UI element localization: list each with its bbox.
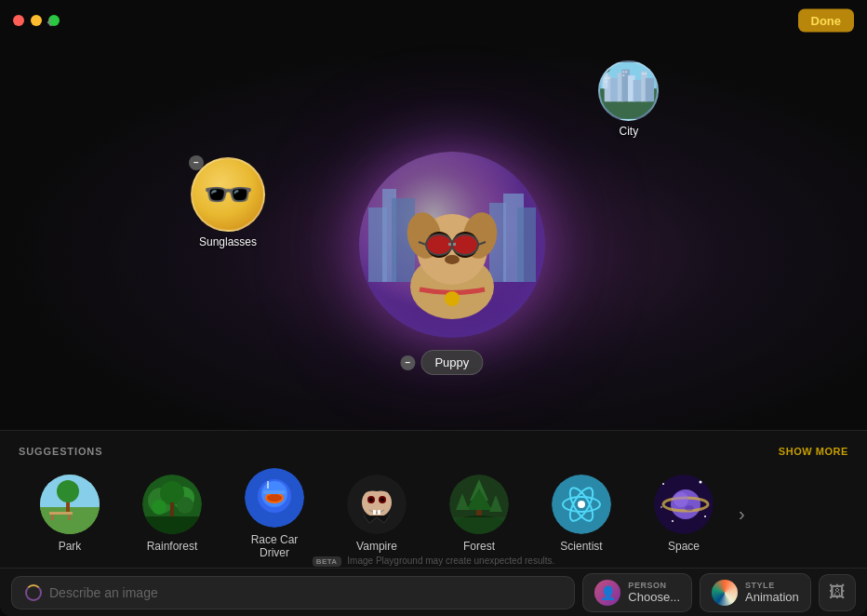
suggestion-vampire[interactable]: Vampire bbox=[326, 475, 428, 553]
style-value: Animation bbox=[745, 590, 799, 604]
main-canvas: − 🕶️ Sunglasses − bbox=[0, 41, 867, 430]
minimize-button[interactable] bbox=[31, 15, 42, 26]
svg-rect-64 bbox=[263, 490, 286, 494]
svg-rect-49 bbox=[51, 515, 54, 520]
style-icon bbox=[712, 580, 738, 606]
svg-point-72 bbox=[369, 498, 373, 502]
vampire-label: Vampire bbox=[356, 540, 397, 553]
suggestion-race-car-driver[interactable]: Race Car Driver bbox=[223, 468, 326, 559]
svg-point-96 bbox=[685, 505, 694, 511]
done-button[interactable]: Done bbox=[798, 9, 855, 33]
back-button[interactable]: ‹ bbox=[47, 11, 53, 30]
svg-rect-48 bbox=[49, 512, 73, 515]
svg-rect-40 bbox=[642, 73, 644, 74]
city-sticker[interactable]: − bbox=[598, 60, 659, 138]
svg-rect-37 bbox=[623, 71, 625, 73]
svg-point-92 bbox=[660, 506, 662, 508]
search-spinner-icon bbox=[25, 584, 42, 601]
svg-rect-69 bbox=[378, 510, 380, 515]
space-icon bbox=[654, 475, 714, 534]
svg-rect-68 bbox=[373, 510, 376, 515]
beta-notice-text: Image Playground may create unexpected r… bbox=[347, 556, 554, 566]
puppy-tag[interactable]: − Puppy bbox=[400, 350, 483, 375]
central-bubble bbox=[359, 152, 545, 338]
beta-badge: BETA bbox=[313, 556, 341, 567]
suggestions-header: SUGGESTIONS SHOW MORE bbox=[19, 446, 848, 457]
suggestion-park[interactable]: Park bbox=[19, 475, 121, 553]
forest-label: Forest bbox=[463, 540, 495, 553]
svg-rect-35 bbox=[608, 77, 610, 79]
scientist-label: Scientist bbox=[560, 540, 602, 553]
suggestion-scientist[interactable]: Scientist bbox=[530, 475, 633, 553]
svg-rect-50 bbox=[68, 515, 71, 520]
suggestions-row: Park Rainforest bbox=[19, 468, 848, 559]
suggestions-chevron[interactable]: › bbox=[739, 503, 745, 525]
park-icon bbox=[40, 475, 100, 534]
city-label: City bbox=[619, 125, 638, 138]
style-label: STYLE bbox=[745, 581, 799, 590]
person-text-group: PERSON Choose... bbox=[628, 581, 680, 604]
suggestion-forest[interactable]: Forest bbox=[428, 475, 530, 553]
svg-rect-39 bbox=[623, 74, 625, 76]
vampire-icon bbox=[347, 475, 407, 534]
style-button[interactable]: STYLE Animation bbox=[700, 573, 811, 612]
svg-point-91 bbox=[704, 516, 706, 517]
search-placeholder: Describe an image bbox=[49, 585, 158, 600]
bottom-toolbar: Describe an image 👤 PERSON Choose... STY… bbox=[0, 568, 867, 616]
svg-point-21 bbox=[445, 255, 460, 264]
svg-point-63 bbox=[267, 494, 282, 502]
race-car-driver-icon bbox=[245, 468, 304, 528]
svg-rect-58 bbox=[142, 516, 202, 534]
svg-rect-34 bbox=[606, 77, 607, 79]
puppy-label: Puppy bbox=[420, 350, 483, 375]
svg-point-73 bbox=[380, 498, 384, 502]
show-more-button[interactable]: SHOW MORE bbox=[779, 446, 848, 457]
space-label: Space bbox=[668, 540, 700, 553]
svg-point-88 bbox=[662, 483, 664, 485]
svg-point-90 bbox=[672, 520, 674, 522]
sunglasses-label: Sunglasses bbox=[199, 235, 257, 248]
suggestions-title: SUGGESTIONS bbox=[19, 446, 102, 457]
svg-rect-81 bbox=[449, 517, 509, 534]
svg-point-47 bbox=[57, 480, 79, 502]
sunglasses-remove-button[interactable]: − bbox=[189, 155, 204, 170]
svg-rect-26 bbox=[603, 71, 608, 88]
svg-point-56 bbox=[152, 500, 167, 515]
person-avatar-icon: 👤 bbox=[594, 580, 620, 606]
svg-rect-65 bbox=[267, 481, 269, 489]
svg-point-95 bbox=[674, 492, 688, 507]
svg-point-89 bbox=[700, 481, 702, 484]
svg-rect-36 bbox=[606, 81, 607, 83]
puppy-illustration bbox=[359, 152, 545, 338]
svg-rect-6 bbox=[517, 208, 536, 282]
svg-point-86 bbox=[578, 501, 585, 508]
sunglasses-sticker[interactable]: − 🕶️ Sunglasses bbox=[191, 157, 265, 248]
person-button[interactable]: 👤 PERSON Choose... bbox=[582, 573, 692, 612]
puppy-remove-button[interactable]: − bbox=[400, 355, 415, 370]
forest-icon bbox=[449, 475, 509, 534]
beta-notice: BETA Image Playground may create unexpec… bbox=[0, 556, 867, 566]
svg-point-22 bbox=[445, 291, 460, 306]
svg-rect-41 bbox=[645, 73, 647, 74]
svg-rect-38 bbox=[626, 71, 628, 73]
park-label: Park bbox=[59, 540, 82, 553]
search-area[interactable]: Describe an image bbox=[11, 576, 575, 609]
person-label: PERSON bbox=[628, 581, 680, 590]
suggestion-space[interactable]: Space bbox=[633, 475, 735, 553]
suggestion-rainforest[interactable]: Rainforest bbox=[121, 475, 223, 553]
style-text-group: STYLE Animation bbox=[745, 581, 799, 604]
rainforest-icon bbox=[142, 475, 202, 534]
person-value: Choose... bbox=[628, 590, 680, 604]
svg-point-57 bbox=[177, 497, 193, 514]
scientist-icon bbox=[552, 475, 611, 534]
titlebar: ‹ Done bbox=[0, 0, 867, 41]
rainforest-label: Rainforest bbox=[147, 540, 198, 553]
gallery-button[interactable]: 🖼 bbox=[819, 574, 856, 611]
svg-rect-33 bbox=[646, 78, 654, 101]
close-button[interactable] bbox=[13, 15, 24, 26]
gallery-icon: 🖼 bbox=[829, 583, 846, 602]
